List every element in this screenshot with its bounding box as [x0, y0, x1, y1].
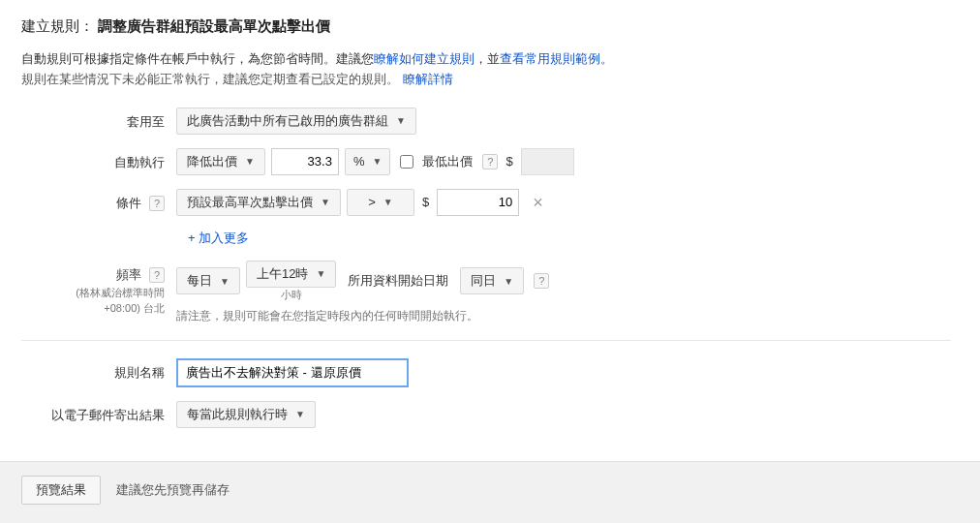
condition-metric-selected: 預設最高單次點擊出價: [187, 194, 313, 211]
action-value-input[interactable]: [271, 148, 339, 175]
frequency-range-selected: 同日: [471, 272, 496, 290]
frequency-interval-selected: 每日: [187, 272, 212, 290]
intro-line1a: 自動規則可根據指定條件在帳戶中執行，為您節省時間。建議您: [21, 51, 374, 66]
caret-down-icon: ▼: [316, 268, 325, 279]
rule-name-label: 規則名稱: [21, 358, 176, 382]
caret-down-icon: ▼: [245, 156, 255, 167]
action-select[interactable]: 降低出價 ▼: [176, 148, 265, 175]
header-title: 調整廣告群組預設最高單次點擊出價: [98, 17, 330, 34]
caret-down-icon: ▼: [372, 156, 382, 167]
frequency-note: 請注意，規則可能會在您指定時段內的任何時間開始執行。: [176, 308, 478, 324]
caret-down-icon: ▼: [383, 197, 393, 207]
preview-button[interactable]: 預覽結果: [21, 476, 101, 505]
add-condition-link[interactable]: + 加入更多: [188, 231, 249, 245]
currency-symbol: $: [420, 195, 431, 209]
condition-operator-select[interactable]: > ▼: [347, 189, 414, 216]
frequency-range-select[interactable]: 同日 ▼: [460, 267, 524, 294]
email-results-selected: 每當此規則執行時: [187, 406, 288, 423]
unit-selected: %: [353, 154, 365, 169]
footer: 預覽結果 建議您先預覽再儲存 儲存 取消: [0, 461, 980, 523]
caret-down-icon: ▼: [396, 115, 406, 126]
help-icon[interactable]: ?: [149, 267, 165, 283]
unit-select[interactable]: % ▼: [345, 148, 390, 175]
learn-rules-link[interactable]: 瞭解如何建立規則: [374, 51, 475, 66]
condition-metric-select[interactable]: 預設最高單次點擊出價 ▼: [176, 189, 341, 216]
help-icon[interactable]: ?: [149, 196, 165, 211]
help-icon[interactable]: ?: [534, 273, 549, 289]
frequency-time-selected: 上午12時: [257, 265, 308, 283]
caret-down-icon: ▼: [220, 276, 230, 287]
caret-down-icon: ▼: [504, 276, 513, 287]
condition-operator-selected: >: [368, 195, 376, 209]
remove-condition-icon[interactable]: ×: [525, 194, 551, 211]
intro-line1b: ，並: [475, 51, 500, 66]
caret-down-icon: ▼: [321, 197, 330, 207]
preview-hint: 建議您先預覽再儲存: [116, 481, 230, 499]
condition-value-input[interactable]: [437, 189, 519, 216]
frequency-interval-select[interactable]: 每日 ▼: [176, 267, 240, 294]
frequency-time-select[interactable]: 上午12時 ▼: [246, 261, 336, 288]
min-bid-label: 最低出價: [422, 153, 473, 170]
auto-action-label: 自動執行: [21, 148, 176, 171]
help-icon[interactable]: ?: [482, 154, 498, 169]
apply-to-selected: 此廣告活動中所有已啟用的廣告群組: [187, 112, 388, 130]
caret-down-icon: ▼: [295, 409, 305, 419]
condition-label: 條件: [116, 196, 141, 210]
frequency-tz1: (格林威治標準時間: [21, 286, 165, 299]
email-results-label: 以電子郵件寄出結果: [21, 401, 176, 424]
rule-name-input[interactable]: [176, 358, 409, 387]
frequency-label: 頻率: [116, 267, 141, 282]
apply-to-select[interactable]: 此廣告活動中所有已啟用的廣告群組 ▼: [176, 108, 416, 135]
divider: [21, 340, 951, 341]
frequency-tz2: +08:00) 台北: [21, 301, 165, 315]
learn-more-link[interactable]: 瞭解詳情: [403, 72, 453, 86]
dialog-header: 建立規則： 調整廣告群組預設最高單次點擊出價: [21, 17, 980, 36]
header-prefix: 建立規則：: [21, 17, 94, 34]
examples-link[interactable]: 查看常用規則範例: [500, 51, 600, 66]
min-bid-input: [521, 148, 574, 175]
data-range-label: 所用資料開始日期: [342, 272, 454, 290]
hour-caption: 小時: [281, 288, 302, 302]
email-results-select[interactable]: 每當此規則執行時 ▼: [176, 401, 316, 428]
currency-symbol: $: [504, 154, 514, 169]
intro-line1c: 。: [600, 51, 613, 66]
action-selected: 降低出價: [187, 153, 237, 170]
min-bid-checkbox[interactable]: [400, 155, 413, 169]
apply-to-label: 套用至: [21, 108, 176, 131]
intro-line2a: 規則在某些情況下未必能正常執行，建議您定期查看已設定的規則。: [21, 72, 399, 86]
intro-text: 自動規則可根據指定條件在帳戶中執行，為您節省時間。建議您瞭解如何建立規則，並查看…: [21, 49, 980, 90]
